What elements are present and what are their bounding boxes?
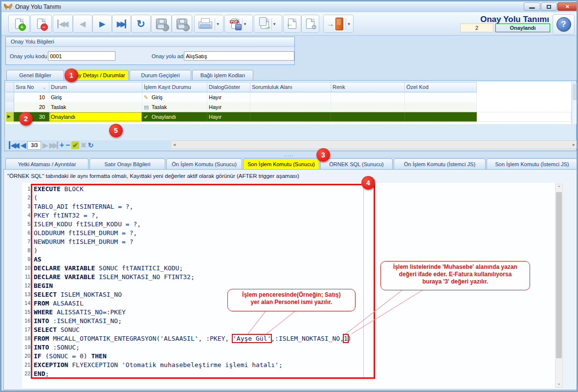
row-indicator — [6, 92, 14, 102]
grid-cell-sorumluluk_alani[interactable] — [250, 112, 331, 122]
detail-tab-1[interactable]: Yetki Ataması / Ayrıntılar — [5, 158, 89, 170]
approval-path-name-input[interactable] — [184, 51, 294, 61]
nav-insert-button[interactable]: + — [60, 141, 64, 149]
grid-cell-dialog_goster[interactable]: Hayır — [207, 92, 250, 102]
grid-column-header[interactable]: Özel Kod — [405, 82, 477, 92]
exit-dropdown[interactable]: ▾ — [346, 18, 350, 30]
grid-cell-dialog_goster[interactable]: Hayır — [207, 112, 250, 122]
delete-record-button[interactable]: − — [30, 15, 52, 33]
grid-cell-ozel_kod[interactable] — [405, 92, 477, 102]
scroll-left-icon[interactable]: ◂ — [173, 142, 176, 147]
grid-cell-sorumluluk_alani[interactable] — [250, 102, 331, 112]
nav-post-button[interactable]: ✔ — [71, 141, 79, 149]
grid-row-30[interactable]: ▶30Onaylandı✔OnaylandıHayır — [6, 112, 571, 122]
nav-last-button[interactable]: ▶▶ — [49, 141, 58, 149]
grid-cell-ozel_kod[interactable] — [405, 102, 477, 112]
print-button[interactable]: ▾ — [194, 15, 223, 33]
code-field-label: Onay yolu kodu — [10, 53, 47, 59]
nav-first-button[interactable]: ◀◀ — [9, 141, 20, 149]
new-record-button[interactable]: + — [8, 15, 30, 33]
grid-cell-sira_no[interactable]: 20 — [14, 102, 49, 112]
grid-cell-renk[interactable] — [331, 112, 405, 122]
grid-cell-sorumluluk_alani[interactable] — [250, 92, 331, 102]
maximize-button[interactable] — [541, 2, 557, 11]
next-record-button[interactable]: ▶ — [92, 15, 112, 33]
nav-prior-button[interactable]: ◀ — [21, 141, 26, 149]
grid-column-header[interactable]: Sıra No▲ — [14, 82, 49, 92]
pdf-dropdown[interactable]: ▾ — [242, 18, 246, 30]
title-bar: Onay Yolu Tanımı — [1, 1, 577, 12]
detail-tab-7[interactable]: Son İşlem Komutu (İstemci JS) — [487, 158, 578, 170]
callout-muhasebe: İşlem listelerinde 'Muhasebe' alanında y… — [380, 261, 530, 290]
record-navigator: ◀◀ ◀ 3/3 ▶ ▶▶ + − ✔ ✖ ↻ — [6, 140, 170, 150]
nav-cancel-button[interactable]: ✖ — [81, 141, 87, 149]
detail-tab-2[interactable]: Satır Onayı Bilgileri — [89, 158, 165, 170]
first-record-button[interactable]: ◀◀ — [53, 15, 73, 33]
print-dropdown[interactable]: ▾ — [215, 18, 219, 30]
prior-record-button[interactable]: ◀ — [73, 15, 92, 33]
step-marker-1: 1 — [65, 68, 78, 82]
grid-cell-durum[interactable]: Taslak — [49, 102, 142, 112]
detail-tab-3[interactable]: Ön İşlem Komutu (Sunucu) — [166, 158, 242, 170]
line-number: 9 — [22, 256, 30, 262]
scroll-up-icon[interactable]: ⌃ — [556, 184, 562, 192]
approval-path-code-input[interactable] — [48, 51, 115, 61]
grid-column-header[interactable]: Durum — [49, 82, 142, 92]
minimize-button[interactable] — [524, 2, 540, 11]
grid-cell-renk[interactable] — [331, 92, 405, 102]
grid-cell-islem_kayit_durumu[interactable]: ✔Onaylandı — [142, 112, 207, 122]
detail-tab-4[interactable]: Son İşlem Komutu (Sunucu) — [243, 158, 319, 170]
scroll-right-icon[interactable]: ▸ — [573, 142, 575, 147]
cancel-save-button[interactable]: ✕ — [172, 15, 192, 33]
nav-refresh-button[interactable]: ↻ — [88, 141, 94, 149]
record-tools-button[interactable]: ⚙ — [301, 15, 319, 33]
grid-cell-ozel_kod[interactable] — [405, 112, 477, 122]
name-field-label: Onay yolu adı — [152, 53, 185, 59]
detail-tab-6[interactable]: Ön İşlem Komutu (İstemci JS) — [394, 158, 486, 170]
close-button[interactable]: ✕ — [557, 2, 578, 11]
grid-cell-renk[interactable] — [331, 102, 405, 112]
grid-cell-islem_kayit_durumu[interactable]: ✎Giriş — [142, 92, 207, 102]
grid-row-10[interactable]: 10Giriş✎GirişHayır — [6, 92, 571, 102]
grid-column-header[interactable]: DialogGöster — [207, 82, 250, 92]
scrollbar-thumb[interactable] — [556, 192, 562, 358]
grid-cell-durum[interactable]: Giriş — [49, 92, 142, 102]
main-tab-1[interactable]: Genel Bilgiler — [6, 70, 64, 81]
scroll-down-icon[interactable]: ⌄ — [556, 380, 562, 387]
horizontal-scrollbar[interactable]: ◂ ▸ — [171, 140, 578, 149]
help-button[interactable]: ? — [553, 14, 575, 35]
splitter-handle[interactable]: ‚‚‚‚‚ — [3, 151, 578, 158]
copy-dropdown[interactable]: ▾ — [271, 18, 276, 30]
form-title: Onay Yolu Tanımı — [432, 15, 549, 24]
last-record-button[interactable]: ▶▶ — [112, 15, 131, 33]
grid-row-20[interactable]: 20Taslak▤TaslakHayır — [6, 102, 571, 112]
refresh-button[interactable]: ↻ — [131, 15, 151, 33]
detail-tab-5[interactable]: ÖRNEK SQL (Sunucu) — [320, 158, 393, 170]
status-badge: Onaylandı — [495, 23, 550, 32]
editor-vertical-scrollbar[interactable]: ⌃ ⌄ — [555, 184, 563, 388]
nav-delete-button[interactable]: − — [66, 141, 70, 149]
main-tab-4[interactable]: Bağlı işlem Kodları — [192, 70, 253, 81]
grid-column-header[interactable]: Sorumluluk Alanı — [250, 82, 331, 92]
step-marker-2: 2 — [19, 112, 33, 126]
export-pdf-button[interactable]: PDF▾ — [224, 15, 253, 33]
grid-column-header[interactable]: İşlem Kayıt Durumu — [142, 82, 207, 92]
grid-cell-dialog_goster[interactable]: Hayır — [207, 102, 250, 112]
line-number: 22 — [22, 370, 30, 376]
minimize-icon — [529, 7, 535, 9]
grid-cell-sira_no[interactable]: 10 — [14, 92, 49, 102]
delete-document-icon: − — [37, 19, 45, 29]
sort-ascending-icon: ▲ — [43, 86, 46, 89]
grid-vertical-scrollbar[interactable] — [572, 83, 578, 124]
grid-cell-durum[interactable]: Onaylandı — [49, 112, 142, 122]
nav-next-button[interactable]: ▶ — [43, 141, 48, 149]
copy-record-button[interactable]: →▾ — [254, 15, 282, 33]
main-tab-3[interactable]: Durum Geçişleri — [130, 70, 191, 81]
line-number: 12 — [22, 283, 30, 288]
maximize-icon — [547, 5, 551, 9]
grid-cell-islem_kayit_durumu[interactable]: ▤Taslak — [142, 102, 207, 112]
save-button[interactable]: ✓ — [151, 15, 172, 33]
exit-button[interactable]: →▾ — [323, 15, 354, 33]
import-record-button[interactable]: ← — [283, 15, 301, 33]
grid-column-header[interactable]: Renk — [331, 82, 405, 92]
